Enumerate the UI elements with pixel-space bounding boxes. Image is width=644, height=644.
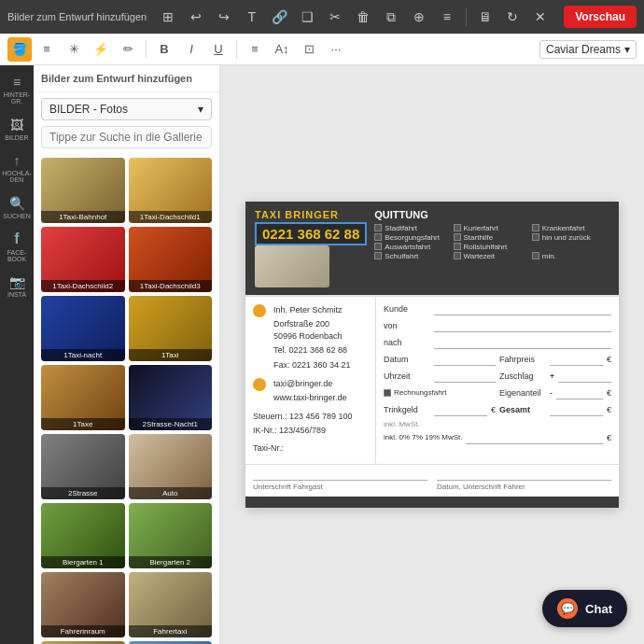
datum-label: Datum — [384, 355, 430, 364]
checkbox-icon — [454, 252, 461, 259]
email-line: taxi@bringer.de — [273, 378, 347, 390]
sidebar-item-upload[interactable]: ↑ HOCHLA-DEN — [2, 149, 32, 187]
dropdown-label: BILDER - Fotos — [49, 103, 128, 116]
copy-btn[interactable]: ❑ — [295, 5, 319, 29]
list-item[interactable]: Biergarten 1 — [41, 503, 125, 568]
web-line: www.taxi-bringer.de — [273, 392, 347, 404]
plus-sign: + — [550, 371, 554, 381]
sidebar-item-facebook[interactable]: f FACE-BOOK — [2, 228, 32, 265]
contact-info-1: Inh. Peter Schmitz Dorfstraße 20050996 R… — [273, 304, 351, 374]
eraser-btn[interactable]: ✏ — [116, 37, 140, 62]
checkbox-icon — [454, 233, 461, 241]
stack-btn[interactable]: ≡ — [435, 5, 459, 29]
facebook-icon: f — [14, 231, 19, 247]
list-item[interactable]: 1Taxi-Bahnhof — [41, 158, 125, 223]
sidebar-item-search[interactable]: 🔍 SUCHEN — [2, 189, 32, 226]
italic-btn[interactable]: I — [179, 37, 203, 62]
quittung-section: QUITTUNG StadtfahrtKurierfahrtKrankenfah… — [374, 209, 609, 260]
sidebar-header-label: Bilder zum Entwurf hinzufügen — [7, 11, 147, 22]
scissors-btn[interactable]: ✂ — [323, 5, 347, 29]
chat-button[interactable]: 💬 Chat — [542, 590, 627, 627]
list-item[interactable]: Fahrerinraum — [41, 572, 125, 637]
underline-btn[interactable]: U — [206, 37, 231, 62]
checkbox-icon — [454, 243, 461, 250]
uhrzeit-field — [434, 370, 496, 383]
rechnung-row: Rechnungsfahrt — [384, 386, 496, 399]
redo-btn[interactable]: ↪ — [212, 5, 236, 29]
trinkgeld-row: Trinkgeld € — [384, 403, 496, 416]
list-item[interactable]: 2Strasse — [41, 434, 125, 499]
duplicate-btn[interactable]: ⧉ — [379, 5, 403, 29]
align-left-btn[interactable]: ≡ — [35, 37, 59, 62]
taxi-nr: Taxi-Nr.: — [253, 442, 368, 455]
list-item[interactable]: Auto — [129, 434, 213, 499]
layers-btn[interactable]: ⊕ — [407, 5, 431, 29]
tel-line: Tel. 0221 368 62 88 — [273, 344, 351, 357]
list-item[interactable]: Fahrertaxi — [129, 572, 213, 637]
quittung-item: Wartezeit — [454, 252, 531, 260]
grid-tool-btn[interactable]: ⊞ — [156, 5, 180, 29]
image-label: Biergarten 1 — [41, 556, 125, 568]
quittung-item: Auswärtsfahrt — [374, 243, 452, 251]
contact-info-2: taxi@bringer.de www.taxi-bringer.de — [273, 378, 347, 407]
euro-symbol-3: € — [491, 405, 496, 414]
paintbucket-btn[interactable]: 🪣 — [7, 37, 32, 62]
category-dropdown[interactable]: BILDER - Fotos ▾ — [41, 98, 212, 120]
undo-btn[interactable]: ↩ — [184, 5, 208, 29]
inkl-mwst-hint: inkl. MwSt. — [384, 420, 611, 428]
fax-line: Fax: 0221 360 34 21 — [273, 359, 351, 371]
dropdown-arrow-icon: ▾ — [198, 103, 203, 116]
fahrpreis-field — [550, 353, 603, 366]
more-btn[interactable]: ··· — [324, 37, 348, 62]
resize-btn[interactable]: ⊡ — [297, 37, 321, 62]
list-item[interactable]: 1Taxi-Dachschild2 — [41, 227, 125, 292]
separator3 — [236, 40, 237, 59]
kunde-label: Kunde — [384, 304, 430, 314]
list-item[interactable]: 2Strasse-Nacht1 — [129, 365, 213, 430]
close-btn[interactable]: ✕ — [528, 5, 553, 29]
receipt-bottom: Unterschrift Fahrgast Datum, Unterschrif… — [245, 464, 619, 497]
list-item[interactable]: 1Taxi — [129, 296, 213, 361]
text-height-btn[interactable]: A↕ — [270, 37, 294, 62]
gallery-search-input[interactable] — [41, 126, 212, 148]
datum-fahrpreis-row: Datum Fahrpreis € — [384, 353, 611, 370]
list-item[interactable]: 1Taxi-Dachschild3 — [129, 227, 213, 292]
image-label: Fahrertaxi — [129, 625, 213, 637]
receipt-header: TAXI BRINGER 0221 368 62 88 QUITTUNG Sta… — [245, 202, 619, 295]
image-label: 1Taxi-Dachschild1 — [129, 211, 213, 223]
font-dropdown[interactable]: Caviar Dreams ▾ — [539, 40, 637, 59]
sparkle-btn[interactable]: ✳ — [62, 37, 86, 62]
upload-icon: ↑ — [14, 153, 21, 168]
sidebar-item-instagram[interactable]: 📷 INSTA — [2, 267, 32, 304]
sig-fahrer: Datum, Unterschrift Fahrer — [437, 480, 611, 491]
von-field — [434, 319, 611, 332]
bold-btn[interactable]: B — [152, 37, 176, 62]
text-btn[interactable]: T — [240, 5, 264, 29]
link-btn[interactable]: 🔗 — [268, 5, 292, 29]
yellow-circle-1 — [253, 304, 266, 317]
preview-button[interactable]: Vorschau — [564, 6, 637, 28]
address-line: Dorfstraße 20050996 Rodenbach — [273, 318, 351, 342]
image-label: 2Strasse-Nacht1 — [129, 418, 213, 430]
image-label: Auto — [129, 487, 213, 499]
search-icon: 🔍 — [9, 196, 25, 211]
monitor-btn[interactable]: 🖥 — [473, 5, 497, 29]
datum-row: Datum — [384, 353, 496, 366]
euro-symbol-5: € — [607, 433, 611, 442]
list-item[interactable]: 1Taxe — [41, 365, 125, 430]
sidebar-item-background[interactable]: ≡ HINTER-GR. — [2, 71, 32, 108]
font-name: Caviar Dreams — [546, 43, 621, 56]
list-item[interactable]: Biergarten 2 — [129, 503, 213, 568]
sig-fahrgast: Unterschrift Fahrgast — [253, 480, 427, 491]
checkbox-icon — [374, 243, 382, 250]
lightning-btn[interactable]: ⚡ — [89, 37, 113, 62]
zuschlag-label: Zuschlag — [499, 371, 546, 381]
gesamt-field — [550, 403, 603, 416]
refresh-btn[interactable]: ↻ — [501, 5, 525, 29]
canvas-area[interactable]: TAXI BRINGER 0221 368 62 88 QUITTUNG Sta… — [220, 65, 644, 644]
align-left2-btn[interactable]: ≡ — [243, 37, 267, 62]
sidebar-item-images[interactable]: 🖼 BILDER — [2, 110, 32, 147]
list-item[interactable]: 1Taxi-Dachschild1 — [129, 158, 213, 223]
trash-btn[interactable]: 🗑 — [351, 5, 375, 29]
list-item[interactable]: 1Taxi-nacht — [41, 296, 125, 361]
